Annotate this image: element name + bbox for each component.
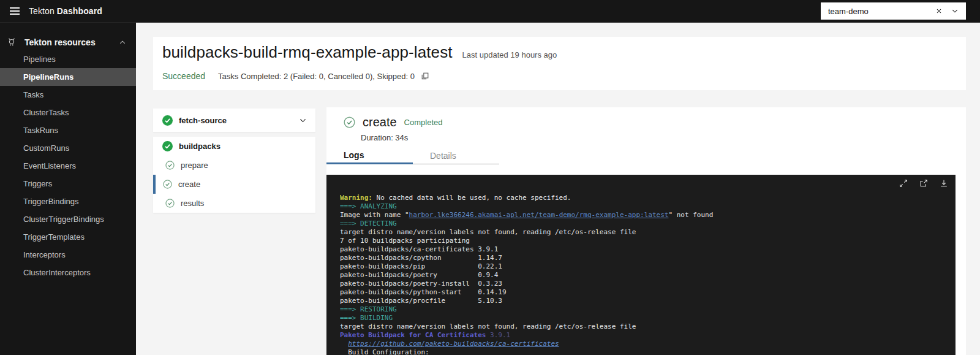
page-title: buildpacks-build-rmq-example-app-latest [162, 43, 453, 62]
log-line: ===> BUILDING [340, 314, 951, 323]
chevron-up-icon[interactable] [119, 39, 126, 46]
chevron-down-icon[interactable] [299, 116, 307, 124]
log-text: paketo-buildpacks/poetry-install 0.3.23 [340, 280, 502, 288]
check-circle-outline-icon [163, 180, 172, 189]
status-badge: Succeeded [162, 71, 205, 81]
log-text: paketo-buildpacks/cpython 1.14.7 [340, 254, 502, 262]
task-buildpacks: buildpacks prepare create results [153, 137, 315, 213]
last-updated: Last updated 19 hours ago [462, 50, 557, 59]
sidebar-item-pipelineruns[interactable]: PipelineRuns [0, 68, 136, 86]
step-results[interactable]: results [153, 194, 315, 213]
sidebar-item-eventlisteners[interactable]: EventListeners [0, 157, 136, 175]
sidebar-item-clustertriggerbindings[interactable]: ClusterTriggerBindings [0, 210, 136, 228]
step-prepare[interactable]: prepare [153, 156, 315, 175]
step-duration: Duration: 34s [361, 133, 408, 142]
log-text: target distro name/version labels not fo… [340, 228, 636, 236]
step-name: results [181, 199, 204, 208]
log-link[interactable]: https://github.com/paketo-buildpacks/ca-… [348, 340, 559, 348]
task-name: fetch-source [179, 116, 227, 125]
chevron-down-icon[interactable] [951, 7, 959, 15]
maximize-icon[interactable] [899, 179, 908, 188]
log-line: Image with name "harbor.lke366246.akamai… [340, 211, 951, 219]
sidebar-item-triggers[interactable]: Triggers [0, 175, 136, 193]
log-line: paketo-buildpacks/poetry-install 0.3.23 [340, 280, 951, 288]
sidebar-item-clusterinterceptors[interactable]: ClusterInterceptors [0, 264, 136, 281]
step-create[interactable]: create [153, 175, 315, 194]
top-bar: TektonDashboard team-demo [0, 0, 980, 23]
sidebar-section-tekton-resources[interactable]: Tekton resources [0, 34, 136, 50]
app-title-bold: Dashboard [57, 6, 102, 16]
task-name: buildpacks [179, 142, 221, 151]
task-fetch-source[interactable]: fetch-source [153, 109, 315, 132]
menu-icon[interactable] [0, 0, 29, 23]
log-line: Warning: No cached data will be used, no… [340, 194, 951, 202]
log-text: Image with name " [340, 211, 409, 219]
launch-icon[interactable] [919, 179, 928, 188]
log-text: paketo-buildpacks/procfile 5.10.3 [340, 297, 502, 305]
log-text: 3.9.1 [486, 331, 510, 339]
step-name: prepare [181, 161, 208, 170]
namespace-value: team-demo [828, 7, 869, 16]
log-text: No cached data will be used, no cache sp… [372, 194, 571, 202]
task-buildpacks-header[interactable]: buildpacks [153, 137, 315, 156]
log-text: paketo-buildpacks/poetry 0.9.4 [340, 271, 498, 279]
log-panel: Warning: No cached data will be used, no… [326, 175, 956, 355]
sidebar-item-triggertemplates[interactable]: TriggerTemplates [0, 228, 136, 246]
step-status-label: Completed [404, 118, 443, 127]
sidebar-item-clustertasks[interactable]: ClusterTasks [0, 104, 136, 121]
log-line: ===> RESTORING [340, 305, 951, 314]
sidebar-section-label: Tekton resources [24, 37, 96, 47]
step-name: create [178, 180, 200, 189]
log-text [340, 340, 348, 348]
log-line: paketo-buildpacks/ca-certificates 3.9.1 [340, 245, 951, 254]
tab-logs[interactable]: Logs [326, 147, 413, 164]
check-circle-outline-icon [344, 116, 355, 128]
sidebar-item-taskruns[interactable]: TaskRuns [0, 121, 136, 139]
log-content: Warning: No cached data will be used, no… [340, 194, 951, 355]
sidebar-item-interceptors[interactable]: Interceptors [0, 246, 136, 264]
app-title: TektonDashboard [29, 6, 102, 16]
log-line: paketo-buildpacks/cpython 1.14.7 [340, 254, 951, 262]
log-line: paketo-buildpacks/procfile 5.10.3 [340, 297, 951, 305]
sidebar-item-tasks[interactable]: Tasks [0, 86, 136, 104]
sidebar-item-customruns[interactable]: CustomRuns [0, 139, 136, 157]
tab-details[interactable]: Details [413, 147, 499, 164]
check-circle-filled-icon [162, 115, 173, 126]
log-text: Warning: [340, 194, 372, 202]
log-text: ===> ANALYZING [340, 202, 397, 210]
log-link[interactable]: harbor.lke366246.akamai-apl.net/team-dem… [409, 211, 669, 219]
check-circle-outline-icon [165, 199, 175, 208]
log-text: 7 of 10 buildpacks participating [340, 237, 470, 245]
sidebar-item-triggerbindings[interactable]: TriggerBindings [0, 193, 136, 210]
log-line: paketo-buildpacks/python-start 0.14.19 [340, 288, 951, 297]
sidebar-nav: Pipelines PipelineRuns Tasks ClusterTask… [0, 50, 136, 281]
namespace-selector[interactable]: team-demo [821, 2, 966, 20]
log-line: paketo-buildpacks/pip 0.22.1 [340, 262, 951, 271]
log-line: ===> ANALYZING [340, 202, 951, 211]
app-title-prefix: Tekton [29, 6, 55, 16]
log-text: paketo-buildpacks/pip 0.22.1 [340, 262, 502, 270]
detail-tabs: Logs Details [326, 147, 499, 164]
log-text: ===> RESTORING [340, 305, 397, 313]
download-icon[interactable] [940, 179, 948, 188]
log-line: target distro name/version labels not fo… [340, 323, 951, 331]
log-text: paketo-buildpacks/ca-certificates 3.9.1 [340, 245, 498, 253]
sidebar: Tekton resources Pipelines PipelineRuns … [0, 23, 136, 355]
log-text: target distro name/version labels not fo… [340, 323, 636, 330]
log-line: Paketo Buildpack for CA Certificates 3.9… [340, 331, 951, 340]
main-content: buildpacks-build-rmq-example-app-latest … [136, 23, 980, 355]
log-line: Build Configuration: [340, 348, 951, 355]
log-line: target distro name/version labels not fo… [340, 228, 951, 237]
log-text: " not found [668, 211, 713, 219]
sidebar-item-pipelines[interactable]: Pipelines [0, 50, 136, 68]
copy-icon[interactable] [421, 72, 429, 80]
tasks-summary: Tasks Completed: 2 (Failed: 0, Cancelled… [218, 72, 415, 81]
close-icon[interactable] [935, 7, 943, 15]
log-line: ===> DETECTING [340, 219, 951, 228]
log-line: 7 of 10 buildpacks participating [340, 237, 951, 245]
log-text: Build Configuration: [340, 348, 429, 355]
step-detail-panel: create Completed Duration: 34s Logs Deta… [326, 107, 966, 355]
step-detail-title: create [363, 115, 397, 129]
log-line: https://github.com/paketo-buildpacks/ca-… [340, 340, 951, 348]
check-circle-outline-icon [165, 161, 175, 170]
